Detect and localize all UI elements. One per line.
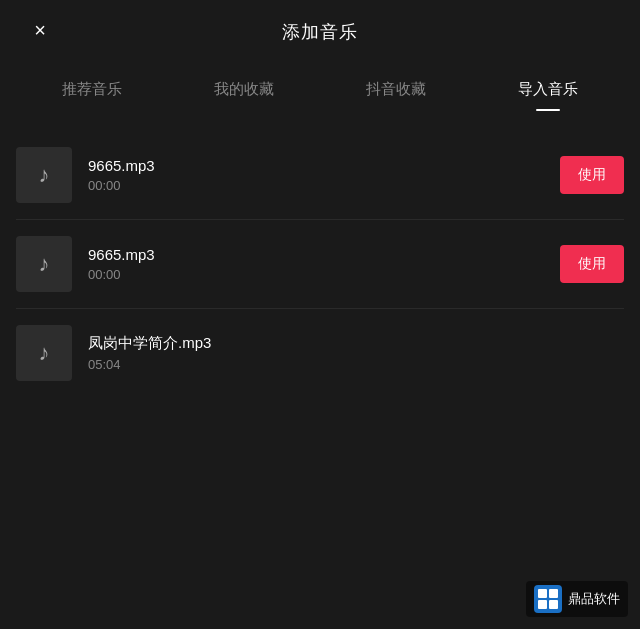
music-name: 凤岗中学简介.mp3 [88, 334, 624, 353]
music-duration: 00:00 [88, 267, 544, 282]
music-thumbnail: ♪ [16, 236, 72, 292]
music-name: 9665.mp3 [88, 157, 544, 174]
list-item: ♪ 9665.mp3 00:00 使用 [16, 220, 624, 309]
music-info: 9665.mp3 00:00 [88, 246, 544, 282]
music-note-icon: ♪ [39, 251, 50, 277]
svg-rect-3 [538, 600, 547, 609]
svg-rect-2 [549, 589, 558, 598]
close-button[interactable]: × [24, 14, 56, 46]
music-info: 9665.mp3 00:00 [88, 157, 544, 193]
watermark-logo-icon [534, 585, 562, 613]
music-note-icon: ♪ [39, 340, 50, 366]
svg-rect-1 [538, 589, 547, 598]
use-button[interactable]: 使用 [560, 156, 624, 194]
page-title: 添加音乐 [282, 20, 358, 44]
music-info: 凤岗中学简介.mp3 05:04 [88, 334, 624, 372]
list-item: ♪ 凤岗中学简介.mp3 05:04 [16, 309, 624, 397]
music-list: ♪ 9665.mp3 00:00 使用 ♪ 9665.mp3 00:00 使用 … [0, 111, 640, 397]
svg-rect-4 [549, 600, 558, 609]
tabs-container: 推荐音乐 我的收藏 抖音收藏 导入音乐 [0, 60, 640, 111]
svg-rect-0 [534, 585, 562, 613]
header: × 添加音乐 [0, 0, 640, 60]
music-duration: 05:04 [88, 357, 624, 372]
tab-recommended[interactable]: 推荐音乐 [50, 72, 134, 111]
music-note-icon: ♪ [39, 162, 50, 188]
watermark: 鼎品软件 [526, 581, 628, 617]
watermark-label: 鼎品软件 [568, 590, 620, 608]
tab-douyin-favorites[interactable]: 抖音收藏 [354, 72, 438, 111]
tab-import[interactable]: 导入音乐 [506, 72, 590, 111]
music-thumbnail: ♪ [16, 147, 72, 203]
use-button[interactable]: 使用 [560, 245, 624, 283]
tab-my-favorites[interactable]: 我的收藏 [202, 72, 286, 111]
app-container: × 添加音乐 推荐音乐 我的收藏 抖音收藏 导入音乐 ♪ 9665.mp3 00… [0, 0, 640, 629]
music-name: 9665.mp3 [88, 246, 544, 263]
music-duration: 00:00 [88, 178, 544, 193]
close-icon: × [34, 19, 46, 42]
music-thumbnail: ♪ [16, 325, 72, 381]
list-item: ♪ 9665.mp3 00:00 使用 [16, 131, 624, 220]
